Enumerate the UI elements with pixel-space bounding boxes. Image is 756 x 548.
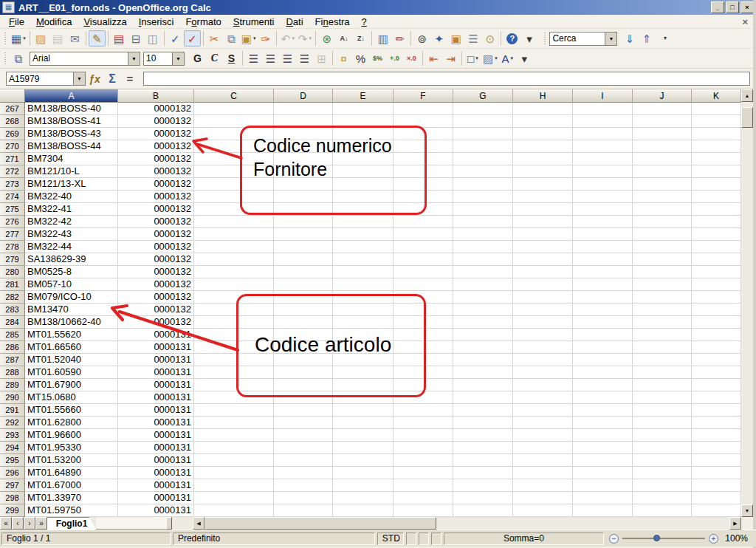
zoom-out-icon[interactable]: − <box>609 534 619 544</box>
cell-empty[interactable] <box>333 228 394 241</box>
cell-empty[interactable] <box>194 504 274 517</box>
row-header[interactable]: 276 <box>0 216 25 228</box>
row-header[interactable]: 290 <box>0 391 25 404</box>
cell-empty[interactable] <box>513 266 573 278</box>
cell-empty[interactable] <box>573 454 633 467</box>
cell-empty[interactable] <box>573 103 633 115</box>
row-header[interactable]: 268 <box>0 115 25 128</box>
cell-codice-fornitore[interactable]: 0000131 <box>118 492 194 504</box>
toolbar-grip[interactable] <box>4 51 7 66</box>
cell-empty[interactable] <box>513 379 573 391</box>
row-header[interactable]: 279 <box>0 253 25 266</box>
cell-codice-articolo[interactable]: BM322-41 <box>25 203 118 216</box>
cell-codice-articolo[interactable]: BM322-44 <box>25 241 118 253</box>
cell-empty[interactable] <box>692 391 741 404</box>
cell-empty[interactable] <box>692 140 741 153</box>
percent-format-button[interactable]: % <box>352 50 369 66</box>
cell-empty[interactable] <box>453 404 513 417</box>
cell-codice-fornitore[interactable]: 0000132 <box>118 115 194 128</box>
cell-codice-articolo[interactable]: MT01.55660 <box>25 404 118 417</box>
cell-empty[interactable] <box>692 253 741 266</box>
row-header[interactable]: 298 <box>0 492 25 504</box>
cell-empty[interactable] <box>692 278 741 291</box>
font-size-dropdown-icon[interactable]: ▼ <box>172 52 184 65</box>
cell-empty[interactable] <box>453 278 513 291</box>
cell-codice-fornitore[interactable]: 0000132 <box>118 165 194 178</box>
cell-codice-articolo[interactable]: MT01.64890 <box>25 467 118 479</box>
callout-supplier-code[interactable]: Codice numerico Fornitore <box>240 126 427 215</box>
cell-empty[interactable] <box>573 479 633 492</box>
cell-codice-fornitore[interactable]: 0000131 <box>118 479 194 492</box>
cell-codice-articolo[interactable]: MT01.52040 <box>25 354 118 366</box>
zoom-slider-track[interactable] <box>622 538 705 539</box>
autospellcheck-button[interactable]: ✓ <box>184 30 201 47</box>
cell-empty[interactable] <box>453 191 513 203</box>
cell-codice-articolo[interactable]: BM0525-8 <box>25 266 118 278</box>
cell-empty[interactable] <box>453 379 513 391</box>
cell-codice-fornitore[interactable]: 0000132 <box>118 241 194 253</box>
cell-empty[interactable] <box>692 429 741 442</box>
cell-empty[interactable] <box>194 228 274 241</box>
help-button[interactable]: ? <box>504 30 520 47</box>
cell-empty[interactable] <box>453 203 513 216</box>
cell-empty[interactable] <box>692 316 741 329</box>
cell-empty[interactable] <box>274 228 333 241</box>
cell-empty[interactable] <box>453 479 513 492</box>
cell-codice-articolo[interactable]: BM121/10-L <box>25 165 118 178</box>
cell-empty[interactable] <box>633 291 692 304</box>
cell-empty[interactable] <box>573 366 633 379</box>
restore-button[interactable]: □ <box>726 1 739 13</box>
cell-codice-fornitore[interactable]: 0000132 <box>118 140 194 153</box>
cell-empty[interactable] <box>633 429 692 442</box>
cell-empty[interactable] <box>274 467 333 479</box>
cell-empty[interactable] <box>692 178 741 191</box>
cell-empty[interactable] <box>692 454 741 467</box>
cell-empty[interactable] <box>274 504 333 517</box>
cell-empty[interactable] <box>513 140 573 153</box>
cell-empty[interactable] <box>692 404 741 417</box>
cell-empty[interactable] <box>633 266 692 278</box>
cell-codice-articolo[interactable]: BM121/13-XL <box>25 178 118 191</box>
cell-empty[interactable] <box>692 203 741 216</box>
column-header-a[interactable]: A <box>25 89 118 103</box>
cell-codice-fornitore[interactable]: 0000132 <box>118 253 194 266</box>
vertical-scrollbar[interactable]: ▲ ▼ <box>741 89 753 517</box>
toolbar-overflow-button[interactable]: ▾ <box>516 50 533 66</box>
cell-empty[interactable] <box>513 329 573 341</box>
find-replace-button[interactable]: ⊚ <box>413 30 430 47</box>
cell-empty[interactable] <box>633 417 692 429</box>
cell-empty[interactable] <box>633 404 692 417</box>
italic-button[interactable]: C <box>206 50 223 66</box>
cell-empty[interactable] <box>633 341 692 354</box>
cell-empty[interactable] <box>633 253 692 266</box>
edit-mode-button[interactable]: ✎ <box>89 30 106 47</box>
cell-codice-fornitore[interactable]: 0000131 <box>118 379 194 391</box>
cell-empty[interactable] <box>513 429 573 442</box>
cell-codice-articolo[interactable]: MT15.0680 <box>25 391 118 404</box>
cell-empty[interactable] <box>692 291 741 304</box>
cell-codice-articolo[interactable]: MT01.55620 <box>25 329 118 341</box>
cell-empty[interactable] <box>453 391 513 404</box>
cell-empty[interactable] <box>573 316 633 329</box>
zoom-button[interactable]: ⊙ <box>481 30 498 47</box>
cell-reference-input[interactable] <box>7 73 73 84</box>
column-header-h[interactable]: H <box>513 89 573 103</box>
cell-codice-fornitore[interactable]: 0000131 <box>118 467 194 479</box>
cell-empty[interactable] <box>394 228 453 241</box>
cell-empty[interactable] <box>394 442 453 454</box>
row-header[interactable]: 283 <box>0 304 25 316</box>
cell-empty[interactable] <box>274 103 333 115</box>
cell-empty[interactable] <box>453 241 513 253</box>
new-document-button[interactable]: ▦▾ <box>10 30 27 47</box>
cell-codice-articolo[interactable]: MT01.53200 <box>25 454 118 467</box>
cell-empty[interactable] <box>453 153 513 165</box>
cell-empty[interactable] <box>633 140 692 153</box>
cell-empty[interactable] <box>194 442 274 454</box>
cell-empty[interactable] <box>513 492 573 504</box>
undo-button[interactable]: ↶▾ <box>279 30 296 47</box>
cell-empty[interactable] <box>633 379 692 391</box>
merge-cells-button[interactable]: ⊞ <box>313 50 330 66</box>
cell-empty[interactable] <box>633 178 692 191</box>
page-preview-button[interactable]: ◫ <box>145 30 162 47</box>
cell-empty[interactable] <box>394 504 453 517</box>
